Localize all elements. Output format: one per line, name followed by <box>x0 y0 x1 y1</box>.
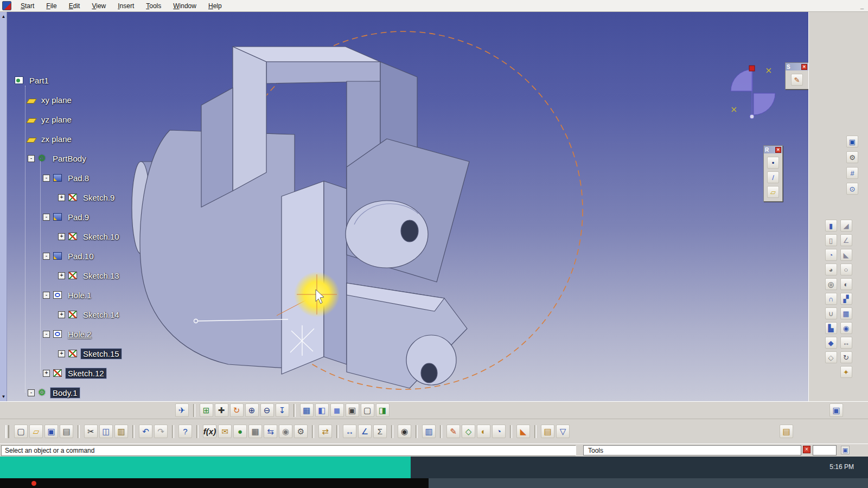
tree-item-label[interactable]: Body.1 <box>50 388 80 398</box>
menu-insert[interactable]: Insert <box>112 1 140 11</box>
new-document-icon[interactable]: ▢ <box>14 425 28 438</box>
close-icon[interactable]: × <box>801 64 807 70</box>
removed-multi-section-tool-icon[interactable]: ◇ <box>825 351 837 363</box>
tree-item-label[interactable]: Sketch.9 <box>81 192 117 203</box>
multi-view-icon[interactable]: ▦ <box>300 403 314 417</box>
sketcher-toolbar-titlebar[interactable]: S × <box>786 63 808 70</box>
expand-toggle[interactable]: - <box>43 292 50 299</box>
apply-material-icon[interactable]: ◣ <box>516 425 530 438</box>
open-document-icon[interactable]: ▱ <box>29 425 43 438</box>
rotation-tool-icon[interactable]: ↻ <box>840 351 852 363</box>
sketch-tool-icon[interactable]: ✎ <box>791 74 803 86</box>
copy-icon[interactable]: ◫ <box>99 425 113 438</box>
tree-item-label[interactable]: Pad.9 <box>66 212 91 222</box>
measure-between-icon[interactable]: ↔ <box>343 425 356 438</box>
tree-item-label[interactable]: yz plane <box>39 114 74 125</box>
hidden-line-view-icon[interactable]: ▢ <box>361 403 374 417</box>
sketch-tracer-icon[interactable]: ✎ <box>446 425 460 438</box>
expand-toggle[interactable]: + <box>58 311 65 318</box>
menu-edit[interactable]: Edit <box>63 1 86 11</box>
browser-icon[interactable]: ▽ <box>556 425 570 438</box>
point-tool-icon[interactable]: • <box>767 157 779 169</box>
knowledge-balloon-icon[interactable]: ✉ <box>218 425 232 438</box>
edge-fillet-tool-icon[interactable]: ◢ <box>840 220 852 232</box>
lock-icon[interactable]: ◉ <box>279 425 292 438</box>
rib-tool-icon[interactable]: ∩ <box>825 293 837 305</box>
mirror-tool-icon[interactable]: ▞ <box>840 293 852 305</box>
pan-icon[interactable]: ✚ <box>215 403 228 417</box>
tools-palette[interactable]: Tools <box>583 445 801 455</box>
pocket-tool-icon[interactable]: ▯ <box>825 234 837 246</box>
grid-icon[interactable]: # <box>846 167 858 179</box>
formula-icon[interactable]: f(x) <box>203 425 216 438</box>
zoom-out-icon[interactable]: ⊖ <box>260 403 274 417</box>
undo-icon[interactable]: ↶ <box>139 425 152 438</box>
part-model[interactable] <box>132 47 469 388</box>
stiffener-tool-icon[interactable]: ▙ <box>825 322 837 334</box>
view-compass[interactable] <box>731 66 775 119</box>
cut-icon[interactable]: ✂ <box>84 425 98 438</box>
close-icon[interactable]: × <box>775 147 781 153</box>
thickness-tool-icon[interactable]: ◐ <box>840 278 852 290</box>
3d-viewport[interactable]: Part1xy planeyz planezx plane-PartBody-P… <box>7 12 808 401</box>
tree-item-label[interactable]: PartBody <box>50 153 88 164</box>
menu-start[interactable]: Start <box>15 1 40 11</box>
minimize-icon[interactable]: _ <box>860 3 864 9</box>
paste-icon[interactable]: ▥ <box>114 425 128 438</box>
line-tool-icon[interactable]: / <box>767 171 779 183</box>
whats-this-icon[interactable]: ? <box>178 425 192 438</box>
power-copy-icon[interactable]: ⇄ <box>318 425 332 438</box>
page-setup-icon[interactable]: ▣ <box>829 403 843 417</box>
scaling-tool-icon[interactable]: ✦ <box>840 366 852 378</box>
link-manager-icon[interactable]: ⇆ <box>264 425 277 438</box>
expand-toggle[interactable]: - <box>43 175 50 182</box>
plane-tool-icon[interactable]: ▱ <box>767 186 779 198</box>
tree-item-label[interactable]: Hole.2 <box>66 329 93 339</box>
expand-toggle[interactable]: - <box>28 389 35 396</box>
expand-toggle[interactable]: + <box>43 370 50 377</box>
tree-item-label[interactable]: Sketch.13 <box>81 271 122 281</box>
hole-tool-icon[interactable]: ◎ <box>825 278 837 290</box>
measure-item-icon[interactable]: ∠ <box>358 425 372 438</box>
groove-tool-icon[interactable]: ◕ <box>825 264 837 275</box>
collaboration-icon[interactable]: ▥ <box>422 425 436 438</box>
expand-toggle[interactable]: - <box>28 155 35 162</box>
expand-toggle[interactable]: + <box>58 233 65 240</box>
zoom-in-icon[interactable]: ⊕ <box>245 403 259 417</box>
tree-item-label[interactable]: Sketch.10 <box>81 232 122 242</box>
toolbar-handle[interactable] <box>5 425 9 438</box>
catalog-icon[interactable]: ▤ <box>541 425 554 438</box>
rectangular-pattern-tool-icon[interactable]: ▦ <box>840 307 852 319</box>
scroll-up-icon[interactable]: ▲ <box>0 14 7 19</box>
expand-toggle[interactable]: - <box>43 253 50 260</box>
tree-item-label[interactable]: Part1 <box>27 75 51 86</box>
close-icon[interactable]: × <box>803 446 810 453</box>
shaft-tool-icon[interactable]: ◔ <box>825 249 837 261</box>
expand-toggle[interactable]: - <box>43 331 50 338</box>
analysis-tool-icon[interactable]: ◔ <box>492 425 506 438</box>
tree-item-label[interactable]: Sketch.15 <box>81 349 122 359</box>
edges-view-icon[interactable]: ▣ <box>346 403 359 417</box>
pad-tool-icon[interactable]: ▮ <box>825 220 837 232</box>
tree-item-label[interactable]: Sketch.14 <box>81 310 122 320</box>
tree-item-label[interactable]: Pad.8 <box>66 173 91 183</box>
snap-icon[interactable]: ⊙ <box>846 183 858 195</box>
tree-item-label[interactable]: Sketch.12 <box>66 368 106 378</box>
tools-options-icon[interactable]: ⚙ <box>846 151 858 163</box>
capture-icon[interactable]: ◉ <box>398 425 411 438</box>
iso-view-icon[interactable]: ◧ <box>315 403 329 417</box>
tree-item-label[interactable]: Pad.10 <box>66 251 96 261</box>
shaded-view-icon[interactable]: ◼ <box>330 403 344 417</box>
menu-window[interactable]: Window <box>167 1 202 11</box>
chamfer-tool-icon[interactable]: ∠ <box>840 234 852 246</box>
fly-mode-icon[interactable]: ✈ <box>175 403 189 417</box>
tree-item-label[interactable]: Hole.1 <box>66 290 93 300</box>
menu-tools[interactable]: Tools <box>140 1 167 11</box>
save-icon[interactable]: ▣ <box>44 425 58 438</box>
print-icon[interactable]: ▤ <box>60 425 73 438</box>
menu-view[interactable]: View <box>86 1 112 11</box>
surfaces-tool-icon[interactable]: ◐ <box>477 425 490 438</box>
normal-view-icon[interactable]: ↧ <box>276 403 289 417</box>
expand-toggle[interactable]: - <box>43 214 50 221</box>
design-table-icon[interactable]: ▦ <box>248 425 262 438</box>
